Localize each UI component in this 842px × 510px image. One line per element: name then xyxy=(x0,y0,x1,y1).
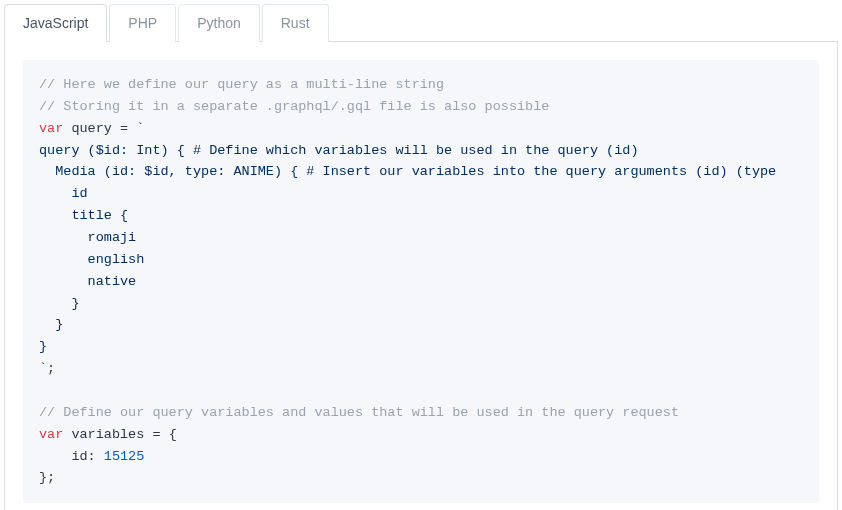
code-token: variables = { xyxy=(63,427,176,442)
code-token: 15125 xyxy=(104,449,145,464)
code-token: var xyxy=(39,121,63,136)
code-line: Media (id: $id, type: ANIME) { # Insert … xyxy=(39,164,776,179)
code-block: // Here we define our query as a multi-l… xyxy=(23,60,819,503)
tab-rust[interactable]: Rust xyxy=(262,4,329,42)
code-line: query ($id: Int) { # Define which variab… xyxy=(39,143,639,158)
code-line: // Here we define our query as a multi-l… xyxy=(39,77,444,92)
code-line: native xyxy=(39,274,136,289)
tab-python[interactable]: Python xyxy=(178,4,260,42)
code-line: // Define our query variables and values… xyxy=(39,405,679,420)
tabbed-code-example: JavaScript PHP Python Rust // Here we de… xyxy=(4,4,838,510)
code-line: } xyxy=(39,317,63,332)
code-line: } xyxy=(39,296,80,311)
code-line: title { xyxy=(39,208,128,223)
code-line: romaji xyxy=(39,230,136,245)
tabs-bar: JavaScript PHP Python Rust xyxy=(4,4,838,42)
tab-php[interactable]: PHP xyxy=(109,4,176,42)
code-token: ` xyxy=(39,361,47,376)
code-token: ; xyxy=(47,361,55,376)
tab-content: // Here we define our query as a multi-l… xyxy=(4,42,838,510)
tab-javascript[interactable]: JavaScript xyxy=(4,4,107,42)
code: // Here we define our query as a multi-l… xyxy=(39,74,803,489)
code-line: id xyxy=(39,186,88,201)
code-token: ` xyxy=(136,121,144,136)
code-token: id: xyxy=(39,449,104,464)
code-line: english xyxy=(39,252,144,267)
code-token: query = xyxy=(63,121,136,136)
code-line: // Storing it in a separate .graphql/.gq… xyxy=(39,99,549,114)
code-line: }; xyxy=(39,470,55,485)
code-line: } xyxy=(39,339,47,354)
code-token: var xyxy=(39,427,63,442)
